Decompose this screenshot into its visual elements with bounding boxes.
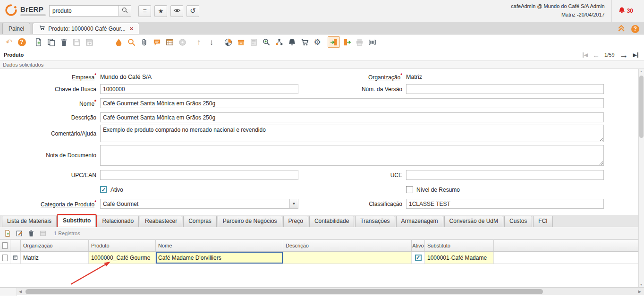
workflow-icon[interactable] bbox=[273, 36, 285, 48]
detail-tab-substituto[interactable]: Substituto bbox=[58, 215, 96, 227]
categoria-dropdown-icon[interactable]: ▼ bbox=[289, 199, 298, 209]
hscroll-right-icon[interactable]: ▶ bbox=[638, 289, 641, 294]
zoom-across-icon[interactable] bbox=[260, 36, 272, 48]
last-record-icon[interactable]: ▶ bbox=[633, 52, 638, 58]
nome-field[interactable] bbox=[100, 98, 604, 108]
nivel-resumo-checkbox[interactable] bbox=[406, 186, 413, 193]
undo-icon[interactable]: ↶ bbox=[3, 36, 15, 48]
column-header-ativo[interactable]: Ativo bbox=[412, 240, 425, 251]
detail-tab-reabastecer[interactable]: Reabastecer bbox=[140, 216, 182, 227]
collapse-header-icon[interactable] bbox=[617, 24, 626, 34]
cell-nome[interactable]: Café Madame D'orvilliers bbox=[156, 252, 283, 264]
chat-icon[interactable] bbox=[151, 36, 163, 48]
menu-button[interactable]: ≡ bbox=[138, 5, 151, 17]
tab-produto[interactable]: Produto: 1000000 Café Gour... × bbox=[33, 23, 139, 34]
hscroll-left-icon[interactable]: ◀ bbox=[19, 289, 22, 294]
print-icon[interactable] bbox=[353, 36, 365, 48]
upc-ean-field[interactable] bbox=[100, 170, 298, 180]
window-toolbar: ↶ ? ↑ ↓ bbox=[0, 35, 644, 49]
notice-bell-icon[interactable] bbox=[286, 36, 298, 48]
global-search-input[interactable] bbox=[49, 5, 119, 17]
row-form-icon[interactable] bbox=[10, 252, 21, 264]
detail-tab-parceiro-de-negocios[interactable]: Parceiro de Negócios bbox=[218, 216, 282, 227]
copy-record-icon[interactable] bbox=[45, 36, 57, 48]
categoria-produto-field[interactable] bbox=[100, 199, 289, 209]
favorites-button[interactable]: ★ bbox=[154, 5, 167, 17]
column-header-substituto[interactable]: Substituto bbox=[425, 240, 494, 251]
find-icon[interactable] bbox=[125, 36, 137, 48]
grid-new-row-icon[interactable] bbox=[3, 229, 12, 238]
detail-tab-fci[interactable]: FCI bbox=[533, 216, 552, 227]
attachment-icon[interactable] bbox=[138, 36, 150, 48]
chart-icon[interactable] bbox=[222, 36, 234, 48]
nota-documento-field[interactable] bbox=[100, 145, 604, 166]
history-button[interactable]: ↺ bbox=[186, 5, 199, 17]
archive-icon[interactable] bbox=[176, 36, 188, 48]
classificacao-field[interactable] bbox=[406, 199, 604, 209]
detail-tab-transacoes[interactable]: Transações bbox=[355, 216, 395, 227]
requery-icon[interactable] bbox=[112, 36, 125, 48]
detail-record-icon[interactable]: ↓ bbox=[205, 36, 218, 48]
print-preview-icon[interactable] bbox=[247, 36, 260, 48]
close-tab-icon[interactable]: × bbox=[130, 25, 134, 32]
detail-tab-armazenagem[interactable]: Armazenagem bbox=[396, 216, 443, 227]
uce-field[interactable] bbox=[406, 170, 604, 180]
cell-organizacao[interactable]: Matriz bbox=[21, 252, 89, 264]
recent-items-button[interactable] bbox=[170, 5, 183, 17]
column-header-descricao[interactable]: Descrição bbox=[283, 240, 412, 251]
toolbar-help-icon[interactable]: ? bbox=[16, 36, 28, 48]
vertical-scrollbar[interactable]: ▲ ▼ bbox=[638, 69, 644, 287]
row-select-checkbox[interactable] bbox=[2, 255, 8, 261]
process-gear-icon[interactable]: ⚙ bbox=[311, 36, 323, 48]
detail-tab-compras[interactable]: Compras bbox=[183, 216, 217, 227]
detail-tab-conversao-de-udm[interactable]: Conversão de UdM bbox=[444, 216, 503, 227]
save-icon[interactable] bbox=[70, 36, 83, 48]
notifications-button[interactable]: 30 bbox=[612, 7, 639, 16]
comentario-field[interactable] bbox=[100, 125, 604, 142]
detail-tab-relacionado[interactable]: Relacionado bbox=[97, 216, 139, 227]
pos-cart-icon[interactable] bbox=[298, 36, 311, 48]
vscroll-up-icon[interactable]: ▲ bbox=[640, 70, 643, 73]
ativo-checkbox[interactable]: ✓ bbox=[100, 186, 107, 193]
save-create-icon[interactable] bbox=[83, 36, 95, 48]
chave-de-busca-field[interactable] bbox=[100, 84, 298, 94]
export-icon[interactable] bbox=[340, 36, 353, 48]
select-all-checkbox[interactable] bbox=[2, 242, 8, 249]
archive-documents-icon[interactable] bbox=[235, 36, 247, 48]
toggle-form-icon[interactable] bbox=[328, 36, 340, 48]
tab-painel[interactable]: Painel bbox=[2, 23, 30, 34]
grid-delete-row-icon[interactable] bbox=[27, 229, 35, 238]
report-icon[interactable] bbox=[163, 36, 176, 48]
column-header-nome[interactable]: Nome bbox=[156, 240, 283, 251]
logo-text: BrERP bbox=[20, 6, 46, 13]
detail-tab-custos[interactable]: Custos bbox=[504, 216, 532, 227]
delete-record-icon[interactable] bbox=[58, 36, 70, 48]
cell-ativo-checkbox[interactable]: ✓ bbox=[415, 255, 422, 261]
vertical-scrollbar-thumb[interactable] bbox=[639, 76, 644, 138]
help-icon[interactable]: ? bbox=[631, 25, 639, 33]
detail-tab-lista-de-materiais[interactable]: Lista de Materiais bbox=[2, 216, 57, 227]
grid-toggle-view-icon[interactable] bbox=[39, 229, 47, 238]
grid-edit-row-icon[interactable] bbox=[15, 229, 24, 238]
next-record-icon[interactable]: → bbox=[619, 51, 628, 60]
vscroll-down-icon[interactable]: ▼ bbox=[640, 283, 643, 286]
alert-count-badge: 30 bbox=[627, 8, 633, 14]
previous-record-icon[interactable]: ← bbox=[593, 51, 600, 59]
detail-tab-preco[interactable]: Preço bbox=[283, 216, 308, 227]
new-record-icon[interactable] bbox=[32, 36, 44, 48]
parent-record-icon[interactable]: ↑ bbox=[193, 36, 205, 48]
first-record-icon[interactable]: ◀ bbox=[583, 52, 588, 58]
detail-tab-contabilidade[interactable]: Contabilidade bbox=[309, 216, 354, 227]
num-versao-field[interactable] bbox=[406, 84, 604, 94]
empresa-value: Mundo do Café S/A bbox=[100, 74, 152, 80]
barcode-icon[interactable] bbox=[366, 36, 378, 48]
horizontal-scrollbar[interactable]: ◀ ▶ bbox=[0, 287, 644, 295]
cell-substituto[interactable]: 1000001-Café Madame bbox=[425, 252, 494, 264]
cell-descricao[interactable] bbox=[283, 252, 412, 264]
search-button[interactable] bbox=[119, 5, 131, 17]
descricao-field[interactable] bbox=[100, 112, 604, 122]
column-header-produto[interactable]: Produto bbox=[89, 240, 156, 251]
cell-produto[interactable]: 1000000_Café Gourme bbox=[89, 252, 156, 264]
column-header-organizacao[interactable]: Organização bbox=[21, 240, 89, 251]
horizontal-scrollbar-thumb[interactable] bbox=[25, 289, 543, 294]
